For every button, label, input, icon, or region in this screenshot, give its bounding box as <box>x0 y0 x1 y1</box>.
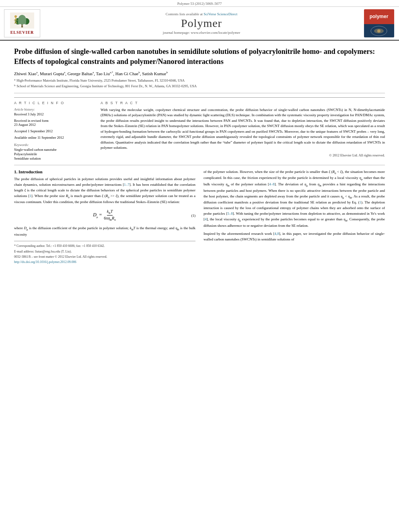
revised-label: Received in revised form 23 August 2012 <box>14 119 95 127</box>
keyword-3: Semidilute solution <box>14 156 95 160</box>
revised-date: 23 August 2012 <box>14 123 36 127</box>
svg-rect-13 <box>364 9 394 23</box>
elsevier-text: ELSEVIER <box>10 30 34 35</box>
svg-point-19 <box>377 29 380 33</box>
svg-point-18 <box>374 29 384 33</box>
received-value: Received 3 July 2012 <box>14 112 95 116</box>
body-section: 1. Introduction The probe diffusion of s… <box>14 169 385 264</box>
available-value: Available online 11 September 2012 <box>14 136 95 140</box>
revised-label-text: Received in revised form <box>14 119 49 123</box>
keywords-label: Keywords: <box>14 143 95 147</box>
main-content: Probe diffusion of single-walled carbon … <box>0 41 399 268</box>
article-title: Probe diffusion of single-walled carbon … <box>14 47 385 67</box>
sciverse-line: Contents lists available at SciVerse Sci… <box>166 12 238 16</box>
equation-1: Dp = kBT 6πηBR0 <box>93 209 116 222</box>
journal-issue: Polymer 53 (2012) 5069–5077 <box>177 2 222 6</box>
journal-header: ELSEVIER Contents lists available at Sci… <box>0 7 399 41</box>
sciverse-prefix: Contents lists available at <box>166 12 204 16</box>
info-abstract-section: A R T I C L E I N F O Article history: R… <box>14 97 385 161</box>
eq-numerator: kBT <box>107 209 113 216</box>
svg-point-17 <box>371 26 387 36</box>
journal-homepage: journal homepage: www.elsevier.com/locat… <box>163 31 240 35</box>
svg-rect-11 <box>364 9 394 37</box>
eq-lhs: D <box>93 212 97 218</box>
affiliations: ᵃ High-Performance Materials Institute, … <box>14 78 385 89</box>
article-info-col: A R T I C L E I N F O Article history: R… <box>14 101 95 161</box>
svg-rect-12 <box>364 9 394 37</box>
header-divider <box>14 93 385 93</box>
keyword-1: Single-walled carbon nanotube <box>14 148 95 152</box>
footnote-area: * Corresponding author. Tel.: +1 850 410… <box>14 241 195 264</box>
corresponding-author-note: * Corresponding author. Tel.: +1 850 410… <box>14 244 195 248</box>
elsevier-logo: ELSEVIER <box>4 9 40 37</box>
svg-text:polymer: polymer <box>369 14 388 19</box>
issn-line: 0032-3861/$ – see front matter © 2012 El… <box>14 255 195 259</box>
polymer-logo-container: polymer <box>363 9 395 37</box>
svg-point-4 <box>23 18 29 25</box>
svg-rect-16 <box>364 24 394 37</box>
body-divider <box>14 165 385 165</box>
affil-a: ᵃ High-Performance Materials Institute, … <box>14 78 385 83</box>
polymer-logo: polymer <box>364 9 394 37</box>
svg-rect-1 <box>21 23 23 27</box>
intro-paragraph-2: where Dp is the diffusion coefficient of… <box>14 226 195 238</box>
equation-1-container: Dp = kBT 6πηBR0 (1) <box>14 209 195 222</box>
copyright-line: © 2012 Elsevier Ltd. All rights reserved… <box>101 153 385 157</box>
svg-point-2 <box>18 15 26 25</box>
authors-line: Zhiwei Xiaoa, Murari Guptaa, George Balt… <box>14 71 385 76</box>
right-col-p2: Inspired by the aforementioned research … <box>204 231 385 242</box>
right-col-p1: of the polymer solution. However, when t… <box>204 169 385 229</box>
svg-rect-14 <box>364 22 394 24</box>
doi-link[interactable]: http://dx.doi.org/10.1016/j.polymer.2012… <box>14 260 76 264</box>
eq-fraction: kBT 6πηBR0 <box>104 209 115 222</box>
eq-number: (1) <box>191 214 196 218</box>
accepted-value: Accepted 1 September 2012 <box>14 129 95 133</box>
abstract-col: A B S T R A C T With varying the molecul… <box>101 101 385 161</box>
eq-denominator: 6πηBR0 <box>104 216 115 222</box>
intro-paragraph-1: The probe diffusion of spherical particl… <box>14 177 195 205</box>
journal-name-display: Polymer <box>181 17 222 30</box>
page: Polymer 53 (2012) 5069–5077 <box>0 0 399 532</box>
svg-point-5 <box>14 15 17 18</box>
section-title-text: Introduction <box>19 169 43 174</box>
keyword-2: Polyacrylonitrile <box>14 152 95 156</box>
article-history-label: Article history: <box>14 107 95 111</box>
section-number: 1. <box>14 169 17 174</box>
sciverse-link[interactable]: SciVerse ScienceDirect <box>204 12 237 16</box>
affil-b: ᵇ School of Materials Science and Engine… <box>14 84 385 89</box>
introduction-title: 1. Introduction <box>14 169 195 174</box>
eq-equals: = <box>99 212 103 218</box>
elsevier-logo-image <box>10 12 34 29</box>
body-right-col: of the polymer solution. However, when t… <box>204 169 385 264</box>
article-info-heading: A R T I C L E I N F O <box>14 101 95 105</box>
email-note: E-mail address: liutao@eng.fsu.edu (T. L… <box>14 249 195 254</box>
journal-info-center: Contents lists available at SciVerse Sci… <box>43 9 360 37</box>
body-left-col: 1. Introduction The probe diffusion of s… <box>14 169 195 264</box>
authors-text: Zhiwei Xiaoa, Murari Guptaa, George Balt… <box>14 71 168 76</box>
abstract-heading: A B S T R A C T <box>101 101 385 105</box>
svg-rect-0 <box>10 12 34 29</box>
abstract-text: With varying the molecular weight, copol… <box>101 107 385 151</box>
top-bar: Polymer 53 (2012) 5069–5077 <box>0 0 399 7</box>
